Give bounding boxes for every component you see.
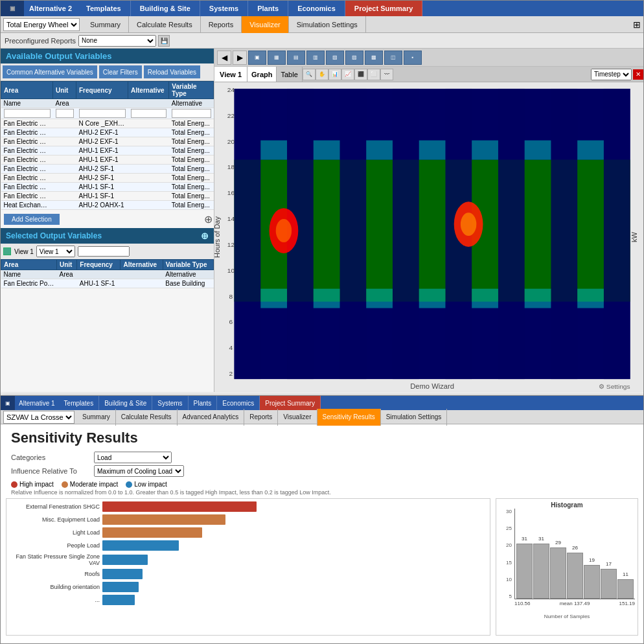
available-vars-table-container[interactable]: Area Unit Frequency Alternative Variable… [1,81,214,211]
add-selection-btn[interactable]: Add Selection [4,214,60,225]
col-alternative[interactable]: Alternative [128,82,169,99]
area-filter[interactable] [4,109,51,118]
bottom-alt-dropdown[interactable]: SZVAV La Crosse [3,411,75,424]
hist-bar: 31 [533,544,549,599]
nav-templates[interactable]: Templates [77,1,131,16]
bar-row: People Load [9,540,487,551]
bottom-tab-reports[interactable]: Reports [244,409,278,426]
selected-collapse-btn[interactable]: ⊕ [201,231,209,241]
nav-building-site[interactable]: Building & Site [131,1,200,16]
table-row[interactable]: Fan Electric EnergyAHU-2 SF-1Total Energ… [1,174,214,183]
preconfigured-select[interactable]: None [78,35,156,47]
clear-filters-btn[interactable]: Clear Filters [99,65,142,78]
tab-reports[interactable]: Reports [201,16,242,33]
table-row[interactable]: Fan Electric PowerAHU-1 SF-1Total Energ.… [1,183,214,192]
viz-icon-2[interactable]: ▦ [268,51,286,65]
table-row[interactable]: Fan Electric PowerAHU-2 SF-1Total Energ.… [1,165,214,174]
bottom-alt-label: Alternative 1 [15,400,59,407]
view-dropdown[interactable]: View 1 [36,246,75,257]
table-row[interactable]: Fan Electric EnergyAHU-2 EXF-1Total Ener… [1,137,214,146]
svg-rect-16 [577,141,604,160]
bottom-tab-summary[interactable]: Summary [77,409,116,426]
tab-simulation-settings[interactable]: Simulation Settings [289,16,366,33]
bar-chart-icon[interactable]: 📈 [341,69,354,80]
reload-vars-btn[interactable]: Reload Variables [144,65,200,78]
hist-bar-value: 31 [538,536,544,542]
nav-project-summary[interactable]: Project Summary [345,1,422,16]
second-toolbar: Total Energy Wheel Summary Calculate Res… [1,16,643,33]
tab-calculate[interactable]: Calculate Results [129,16,201,33]
viz-icon-1[interactable]: ▣ [248,51,266,65]
legend-high: High impact [11,481,54,488]
influence-row: Influence Relative To Maximum of Cooling… [11,465,633,477]
table-row[interactable]: Fan Electric EnergyAHU-1 EXF-1Total Ener… [1,155,214,165]
bottom-tab-sensitivity[interactable]: Sensitivity Results [317,409,381,426]
bottom-tab-sim-settings[interactable]: Simulation Settings [381,409,448,426]
table-btn[interactable]: Table [277,67,302,82]
save-report-btn[interactable]: 💾 [158,35,170,47]
col-area[interactable]: Area [1,82,53,99]
sel-col-vartype[interactable]: Variable Type [163,260,213,270]
viz-icon-6[interactable]: ▨ [345,51,363,65]
bar-label: Misc. Equipment Load [9,516,100,523]
viz-icon-8[interactable]: ◫ [384,51,402,65]
viz-icon-9[interactable]: ▪ [404,51,422,65]
energy-wheel-dropdown[interactable]: Total Energy Wheel [3,18,80,31]
table-row[interactable]: Fan Electric EnergyN Core _EXHAUST FANTo… [1,119,214,128]
tab-summary[interactable]: Summary [82,16,129,33]
bottom-tab-visualizer[interactable]: Visualizer [278,409,317,426]
col-vartype[interactable]: Variable Type [169,82,214,99]
svg-text:22: 22 [227,112,235,119]
hand-btn[interactable]: ✋ [316,69,328,80]
freq-filter[interactable] [79,109,126,118]
view-close-btn[interactable]: ✕ [633,69,643,80]
table-row[interactable]: NameAreaAlternative [1,270,214,279]
table-row[interactable]: Heat Exchanger Total Heating R...AHU-2 O… [1,201,214,210]
viz-icon-5[interactable]: ▧ [326,51,344,65]
sel-col-alt[interactable]: Alternative [121,260,163,270]
pie-icon[interactable]: ⬛ [354,69,367,80]
chart-icon[interactable]: 📊 [328,69,341,80]
search-vars-input[interactable] [78,246,130,257]
viz-icon-7[interactable]: ▩ [365,51,383,65]
col-frequency[interactable]: Frequency [76,82,128,99]
vartype-filter[interactable] [172,109,211,118]
table-row[interactable]: Fan Electric PowerAHU-2 EXF-1Total Energ… [1,128,214,137]
sel-col-freq[interactable]: Frequency [77,260,121,270]
window-controls[interactable]: ⊞ [633,19,641,30]
svg-text:10: 10 [227,267,235,274]
nav-systems[interactable]: Systems [200,1,248,16]
sel-col-unit[interactable]: Unit [57,260,77,270]
nav-plants[interactable]: Plants [248,1,288,16]
top-nav-menu: Templates Building & Site Systems Plants… [77,1,643,16]
view-tab-1[interactable]: View 1 [214,67,247,82]
col-unit[interactable]: Unit [53,82,76,99]
nav-economics[interactable]: Economics [288,1,345,16]
tab-visualizer[interactable]: Visualizer [242,16,289,33]
svg-rect-5 [393,89,419,379]
hist-bar-value: 11 [623,571,628,577]
line-icon[interactable]: 〰 [380,69,393,80]
bar-chart-container: External Fenestration SHGC Misc. Equipme… [6,498,490,636]
table-row[interactable]: Fan Electric PowerAHU-1 EXF-1Total Energ… [1,146,214,155]
common-alt-vars-btn[interactable]: Common Alternative Variables [3,65,97,78]
table-row[interactable]: Fan Electric EnergyAHU-1 SF-1Total Energ… [1,192,214,201]
graph-btn[interactable]: Graph [247,67,277,82]
influence-select[interactable]: Maximum of Cooling Load [94,465,184,477]
bottom-tab-calculate[interactable]: Calculate Results [116,409,178,426]
nav-right-btn[interactable]: ▶ [233,51,247,65]
unit-filter[interactable] [56,109,74,118]
scatter-icon[interactable]: ⬜ [367,69,380,80]
bar-row: Light Load [9,527,487,538]
sel-col-area[interactable]: Area [1,260,57,270]
collapse-btn[interactable]: ⊕ [204,213,213,225]
timestep-select[interactable]: Timestep [591,69,632,80]
bottom-tab-advanced[interactable]: Advanced Analytics [178,409,245,426]
categories-select[interactable]: Load [94,452,172,463]
viz-icon-4[interactable]: ▥ [306,51,325,65]
nav-left-btn[interactable]: ◀ [217,51,231,65]
zoom-btn[interactable]: 🔍 [303,69,316,80]
viz-icon-3[interactable]: ▤ [287,51,305,65]
table-row[interactable]: Fan Electric PowerAHU-1 SF-1Base Buildin… [1,279,214,288]
alt-filter[interactable] [131,109,167,118]
